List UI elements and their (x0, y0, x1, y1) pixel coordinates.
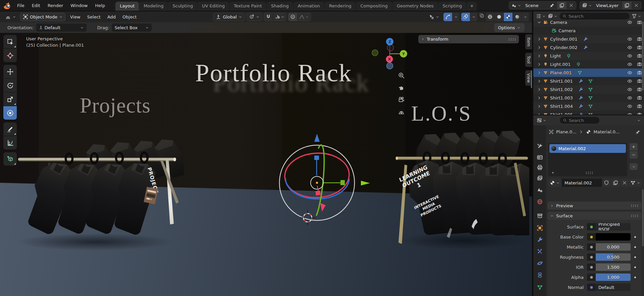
properties-tab-object[interactable] (535, 223, 544, 232)
orientation-setting-selector[interactable]: Default (36, 24, 87, 32)
fake-user-button[interactable] (602, 179, 611, 187)
expand-closed-icon[interactable] (537, 53, 542, 58)
workspace-tab-animation[interactable]: Animation (293, 2, 324, 11)
disable-in-render-toggle[interactable] (637, 62, 642, 67)
3d-scene-canvas[interactable]: Portfolio Rack Portfolio Rack Projects L… (0, 33, 532, 296)
pan-hand-icon[interactable] (398, 84, 405, 91)
outliner-row-light[interactable]: Light (533, 52, 644, 60)
remove-viewlayer-button[interactable] (632, 2, 641, 9)
disable-in-render-toggle[interactable] (637, 45, 642, 50)
orthographic-grid-icon[interactable] (398, 108, 405, 115)
new-viewlayer-button[interactable] (622, 2, 632, 9)
properties-tab-tool[interactable] (535, 141, 544, 151)
properties-tab-world[interactable] (535, 197, 544, 206)
hide-in-viewport-toggle[interactable] (627, 112, 632, 115)
overlays-dropdown[interactable] (470, 13, 478, 21)
menu-file[interactable]: File (13, 2, 28, 9)
expand-closed-icon[interactable] (537, 62, 542, 67)
menu-render[interactable]: Render (44, 2, 67, 9)
properties-tab-render[interactable] (535, 153, 544, 162)
workspace-tab-scripting[interactable]: Scripting (438, 2, 467, 11)
outliner-row-cylinder.002[interactable]: Cylinder.002 (533, 43, 644, 52)
property-slider[interactable]: 0.000 (587, 243, 631, 251)
breadcrumb-object[interactable]: Plane.0... (556, 129, 576, 134)
workspace-tab-texture-paint[interactable]: Texture Paint (229, 2, 266, 11)
disable-in-render-toggle[interactable] (637, 79, 642, 84)
drag-grip[interactable] (508, 38, 516, 41)
material-slot-selected[interactable]: Material.002 (549, 144, 626, 153)
properties-tab-collection[interactable] (535, 211, 544, 220)
pin-button[interactable] (547, 2, 557, 9)
browse-material-button[interactable] (548, 179, 562, 187)
properties-scrollbar[interactable] (642, 189, 644, 246)
expand-closed-icon[interactable] (537, 79, 542, 84)
shading-dropdown[interactable] (522, 13, 529, 21)
sidebar-scroll-strip[interactable] (531, 71, 532, 88)
expand-closed-icon[interactable] (537, 87, 542, 92)
workspace-tab-compositing[interactable]: Compositing (356, 2, 392, 11)
tool-rotate-button[interactable] (3, 79, 17, 92)
zoom-icon[interactable] (398, 72, 405, 79)
outliner-row-shirt1.001[interactable]: Shirt1.001 (533, 77, 644, 85)
properties-tab-scene[interactable] (535, 185, 544, 195)
expand-triangle-icon[interactable] (551, 171, 555, 174)
pivot-point-selector[interactable] (246, 13, 262, 21)
show-object-types-selector[interactable] (426, 13, 442, 21)
shading-rendered-button[interactable] (513, 13, 522, 21)
properties-options-button[interactable] (637, 119, 641, 122)
viewlayer-selector[interactable]: ViewLayer (580, 1, 641, 9)
3d-cursor[interactable] (300, 210, 315, 225)
outliner-display-mode-button[interactable] (548, 13, 557, 19)
shading-material-button[interactable] (504, 13, 513, 21)
animate-dot[interactable] (631, 236, 639, 238)
pin-icon[interactable] (635, 129, 641, 135)
properties-tab-object-data[interactable] (535, 283, 544, 292)
outliner-row-light.001[interactable]: Light.001 (533, 60, 644, 69)
hide-in-viewport-toggle[interactable] (627, 79, 632, 84)
socket-dot[interactable] (587, 223, 596, 230)
transform-orientation-selector[interactable]: Global (213, 13, 245, 21)
socket-dot[interactable] (587, 243, 596, 251)
properties-tab-modifiers[interactable] (535, 235, 544, 244)
tool-transform-button[interactable] (3, 106, 17, 120)
disable-in-render-toggle[interactable] (637, 104, 642, 109)
hide-in-viewport-toggle[interactable] (627, 37, 632, 42)
hide-in-viewport-toggle[interactable] (627, 53, 632, 58)
shading-wireframe-button[interactable] (486, 13, 495, 21)
socket-dot[interactable] (587, 233, 596, 241)
workspace-tab-uv-editing[interactable]: UV Editing (198, 2, 229, 11)
animate-dot[interactable] (631, 277, 639, 278)
disable-in-render-toggle[interactable] (637, 112, 642, 115)
hide-in-viewport-toggle[interactable] (627, 45, 632, 50)
workspace-tab-sculpting[interactable]: Sculpting (168, 2, 197, 11)
viewport-menu-object[interactable]: Object (119, 13, 140, 21)
scene-selector[interactable]: Scene (509, 1, 576, 9)
tool-scale-button[interactable] (3, 92, 17, 106)
show-overlays-toggle[interactable] (461, 13, 470, 21)
camera-view-icon[interactable] (398, 96, 405, 103)
proportional-falloff-selector[interactable] (298, 13, 311, 21)
workspace-tab-modeling[interactable]: Modeling (139, 2, 168, 11)
tool-measure-button[interactable] (3, 136, 17, 150)
hide-in-viewport-toggle[interactable] (627, 70, 632, 75)
breadcrumb-material[interactable]: Material.0... (593, 129, 620, 134)
properties-editor-type-button[interactable] (537, 118, 546, 123)
drag-grip[interactable] (631, 214, 639, 217)
outliner-filter-button[interactable] (632, 13, 641, 19)
proportional-edit-toggle[interactable] (288, 13, 298, 21)
hide-in-viewport-toggle[interactable] (627, 62, 632, 67)
property-button[interactable]: Default (587, 284, 631, 291)
properties-search-input[interactable]: Search (560, 117, 599, 124)
property-slider[interactable]: 1.500 (587, 263, 631, 271)
outliner-scrollbar[interactable] (642, 22, 644, 90)
preview-panel-header[interactable]: Preview (547, 202, 641, 210)
tool-move-button[interactable] (3, 65, 17, 78)
transform-panel-header[interactable]: Transform (418, 35, 519, 43)
disable-in-render-toggle[interactable] (637, 87, 642, 92)
scene-name[interactable]: Scene (523, 3, 547, 8)
menu-edit[interactable]: Edit (28, 2, 44, 9)
expand-closed-icon[interactable] (537, 45, 542, 50)
tool-cursor-button[interactable] (3, 49, 17, 62)
properties-tab-physics[interactable] (535, 258, 544, 268)
unlink-scene-button[interactable] (567, 2, 576, 9)
